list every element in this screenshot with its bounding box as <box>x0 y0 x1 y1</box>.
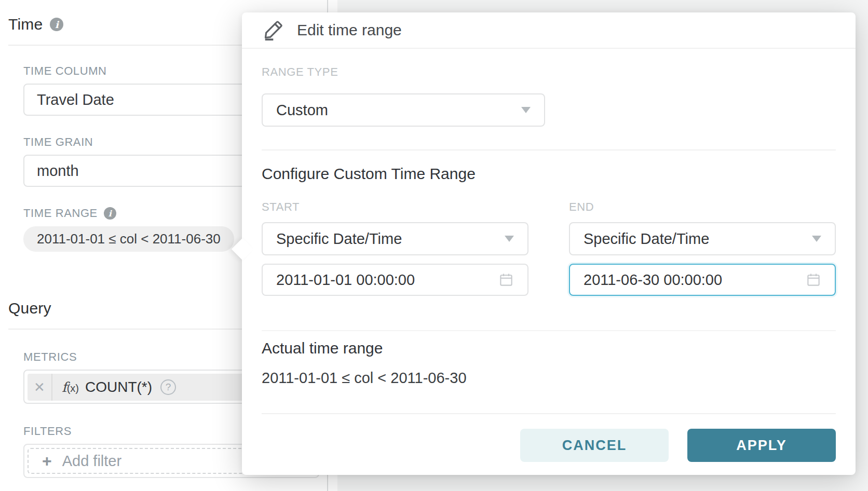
remove-metric-icon[interactable]: ✕ <box>28 374 52 401</box>
end-mode-select[interactable]: Specific Date/Time <box>569 222 836 255</box>
info-icon[interactable]: i <box>104 207 116 220</box>
cancel-button[interactable]: CANCEL <box>520 429 669 462</box>
caret-down-icon <box>812 236 821 242</box>
edit-time-range-popover: Edit time range RANGE TYPE Custom Config… <box>242 12 856 475</box>
range-type-select[interactable]: Custom <box>262 93 545 127</box>
start-mode-value: Specific Date/Time <box>276 230 402 248</box>
explore-screen: Time i TIME COLUMN Travel Date TIME GRAI… <box>0 0 868 491</box>
start-datetime-input[interactable]: 2011-01-01 00:00:00 <box>262 264 528 296</box>
function-icon: f(x) <box>62 379 79 395</box>
actual-range-heading: Actual time range <box>262 339 836 357</box>
end-label: END <box>569 200 836 214</box>
popover-header: Edit time range <box>242 12 856 49</box>
help-icon[interactable]: ? <box>160 379 176 395</box>
calendar-icon[interactable] <box>806 272 821 288</box>
query-section-title: Query <box>8 299 51 317</box>
time-range-label: TIME RANGE <box>23 207 98 220</box>
caret-down-icon <box>521 107 531 113</box>
configure-heading: Configure Custom Time Range <box>262 165 836 183</box>
edit-pencil-icon <box>263 20 283 40</box>
add-filter-label: Add filter <box>62 453 121 470</box>
popover-title: Edit time range <box>297 21 402 39</box>
range-type-value: Custom <box>276 102 328 119</box>
actual-range-value: 2011-01-01 ≤ col < 2011-06-30 <box>262 370 836 387</box>
end-mode-value: Specific Date/Time <box>584 230 709 248</box>
time-grain-value: month <box>37 162 79 180</box>
start-mode-select[interactable]: Specific Date/Time <box>262 222 528 255</box>
apply-button[interactable]: APPLY <box>687 429 836 462</box>
start-label: START <box>262 200 528 214</box>
start-datetime-value: 2011-01-01 00:00:00 <box>276 271 415 289</box>
calendar-icon[interactable] <box>498 272 514 288</box>
popover-footer: CANCEL APPLY <box>262 413 836 475</box>
time-section-title: Time <box>8 16 43 33</box>
start-column: START Specific Date/Time 2011-01-01 00:0… <box>262 200 528 296</box>
plus-icon: + <box>42 453 52 469</box>
popover-body: RANGE TYPE Custom Configure Custom Time … <box>242 49 856 413</box>
time-range-pill[interactable]: 2011-01-01 ≤ col < 2011-06-30 <box>23 226 234 252</box>
time-column-value: Travel Date <box>37 91 114 108</box>
metric-name: COUNT(*) <box>85 379 152 395</box>
end-datetime-value: 2011-06-30 00:00:00 <box>584 271 722 289</box>
caret-down-icon <box>505 236 514 242</box>
end-column: END Specific Date/Time 2011-06-30 00:00:… <box>569 200 836 296</box>
end-datetime-input[interactable]: 2011-06-30 00:00:00 <box>569 264 836 296</box>
info-icon[interactable]: i <box>50 18 63 31</box>
divider <box>262 330 836 331</box>
range-type-label: RANGE TYPE <box>262 65 836 79</box>
divider <box>262 149 836 151</box>
